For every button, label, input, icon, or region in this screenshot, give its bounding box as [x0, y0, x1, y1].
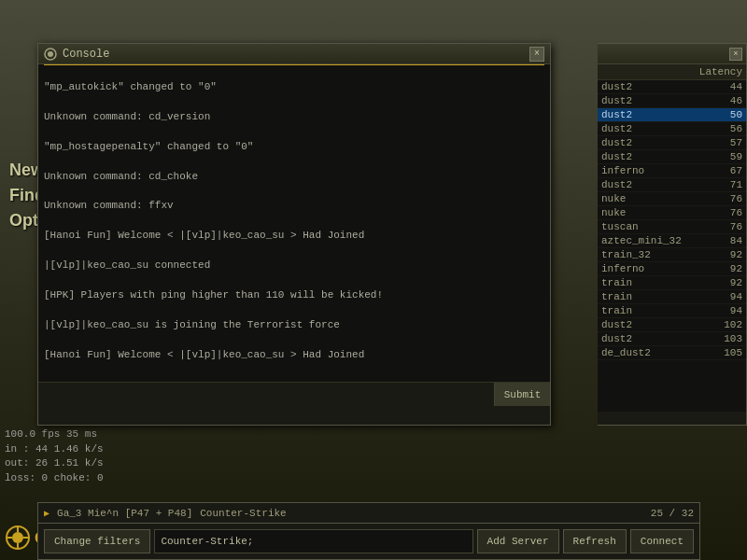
server-row[interactable]: train_3292 [598, 248, 746, 262]
server-info-bar: ▶ Ga_3 Mie^n [P47 + P48] Counter-Strike … [37, 502, 700, 523]
server-latency-value: 103 [714, 333, 742, 344]
server-map-name: tuscan [601, 221, 714, 232]
server-info-game: Counter-Strike [200, 508, 286, 519]
server-row[interactable]: dust259 [598, 150, 746, 164]
server-row[interactable]: train94 [598, 290, 746, 304]
server-latency-value: 59 [714, 151, 742, 162]
server-map-name: de_dust2 [601, 347, 714, 358]
console-input[interactable] [38, 383, 494, 406]
server-latency-value: 94 [714, 291, 742, 302]
server-map-name: dust2 [601, 109, 714, 120]
server-panel-header: × [598, 44, 746, 64]
console-line: [Hanoi Fun] Welcome < |[vlp]|keo_cao_su … [44, 348, 544, 363]
console-line: Ha noi Fun [P47 + P48] : [CSF-AC] OpenGL… [44, 64, 544, 65]
console-line: [HPK] Players with ping higher than 110 … [44, 288, 544, 303]
server-row[interactable]: aztec_mini_3284 [598, 234, 746, 248]
server-latency-value: 94 [714, 305, 742, 316]
console-line: |[vlp]|keo_cao_su connected [44, 259, 544, 273]
server-row[interactable]: dust244 [598, 80, 746, 94]
server-map-name: train_32 [601, 249, 714, 260]
console-output[interactable]: efthunter1 connectedkeo_cao_su droppedke… [38, 64, 550, 382]
svg-point-7 [48, 51, 53, 57]
server-latency-value: 92 [714, 249, 742, 260]
server-row[interactable]: train94 [598, 304, 746, 318]
server-map-name: aztec_mini_32 [601, 235, 714, 246]
server-row[interactable]: dust271 [598, 178, 746, 192]
add-server-button[interactable]: Add Server [477, 529, 559, 553]
server-row[interactable]: dust257 [598, 136, 746, 150]
console-line: Unknown command: ffxv [44, 199, 544, 214]
server-latency-value: 76 [714, 193, 742, 204]
server-panel: × Latency dust244dust246dust250dust256du… [598, 43, 747, 426]
console-title: Console [44, 48, 109, 61]
server-panel-close-button[interactable]: × [729, 48, 742, 61]
server-row[interactable]: train92 [598, 276, 746, 290]
console-line: Unknown command: cd_choke [44, 170, 544, 185]
server-row[interactable]: nuke76 [598, 192, 746, 206]
server-map-name: dust2 [601, 95, 714, 106]
server-row[interactable]: dust250 [598, 108, 746, 122]
refresh-button[interactable]: Refresh [563, 529, 627, 553]
server-map-name: dust2 [601, 137, 714, 148]
console-window: Console × efthunter1 connectedkeo_cao_su… [37, 43, 551, 426]
server-map-name: nuke [601, 207, 714, 218]
server-map-name: inferno [601, 165, 714, 176]
server-info-icon: ▶ [44, 508, 49, 519]
console-line: [Hanoi Fun] Welcome < |[vlp]|keo_cao_su … [44, 229, 544, 244]
change-filters-button[interactable]: Change filters [44, 529, 150, 553]
server-latency-value: 56 [714, 123, 742, 134]
server-latency-value: 44 [714, 81, 742, 92]
server-map-name: dust2 [601, 319, 714, 330]
server-list-header: Latency [598, 64, 746, 80]
server-map-name: nuke [601, 193, 714, 204]
server-map-name: train [601, 305, 714, 316]
connect-button[interactable]: Connect [630, 529, 694, 553]
server-map-name: dust2 [601, 123, 714, 134]
server-latency-value: 92 [714, 263, 742, 274]
in-stat: in : 44 1.46 k/s [5, 442, 104, 456]
server-latency-value: 92 [714, 277, 742, 288]
submit-button[interactable]: Submit [494, 383, 550, 406]
stats-box: 100.0 fps 35 ms in : 44 1.46 k/s out: 26… [5, 427, 104, 485]
server-list[interactable]: dust244dust246dust250dust256dust257dust2… [598, 80, 746, 412]
console-title-text: Console [63, 48, 109, 61]
server-row[interactable]: de_dust2105 [598, 346, 746, 360]
server-row[interactable]: dust246 [598, 94, 746, 108]
server-latency-value: 76 [714, 207, 742, 218]
server-row[interactable]: inferno67 [598, 164, 746, 178]
steam-icon [44, 48, 57, 61]
server-latency-value: 67 [714, 165, 742, 176]
server-latency-value: 71 [714, 179, 742, 190]
console-line: "mp_hostagepenalty" changed to "0" [44, 140, 544, 155]
server-latency-value: 76 [714, 221, 742, 232]
server-map-name: dust2 [601, 151, 714, 162]
console-line: Unknown command: cd_version [44, 110, 544, 125]
server-latency-value: 46 [714, 95, 742, 106]
loss-stat: loss: 0 choke: 0 [5, 471, 104, 485]
latency-column-header: Latency [699, 66, 742, 77]
server-row[interactable]: nuke76 [598, 206, 746, 220]
svg-point-1 [12, 532, 23, 543]
server-info-name: Ga_3 Mie^n [P47 + P48] [57, 508, 192, 519]
server-row[interactable]: tuscan76 [598, 220, 746, 234]
fps-stat: 100.0 fps 35 ms [5, 427, 104, 441]
server-row[interactable]: dust2103 [598, 332, 746, 346]
server-latency-value: 102 [714, 319, 742, 330]
server-map-name: dust2 [601, 179, 714, 190]
server-info-players: 25 / 32 [651, 508, 694, 519]
server-map-name: dust2 [601, 81, 714, 92]
console-input-bar: Submit [38, 382, 550, 406]
server-latency-value: 57 [714, 137, 742, 148]
server-row[interactable]: dust2102 [598, 318, 746, 332]
cs-logo-icon [5, 525, 31, 551]
filter-input[interactable] [154, 529, 472, 553]
server-map-name: train [601, 291, 714, 302]
server-map-name: inferno [601, 263, 714, 274]
console-titlebar: Console × [38, 44, 550, 64]
server-row[interactable]: inferno92 [598, 262, 746, 276]
server-map-name: train [601, 277, 714, 288]
console-close-button[interactable]: × [529, 47, 544, 62]
server-latency-value: 105 [714, 347, 742, 358]
server-row[interactable]: dust256 [598, 122, 746, 136]
server-map-name: dust2 [601, 333, 714, 344]
